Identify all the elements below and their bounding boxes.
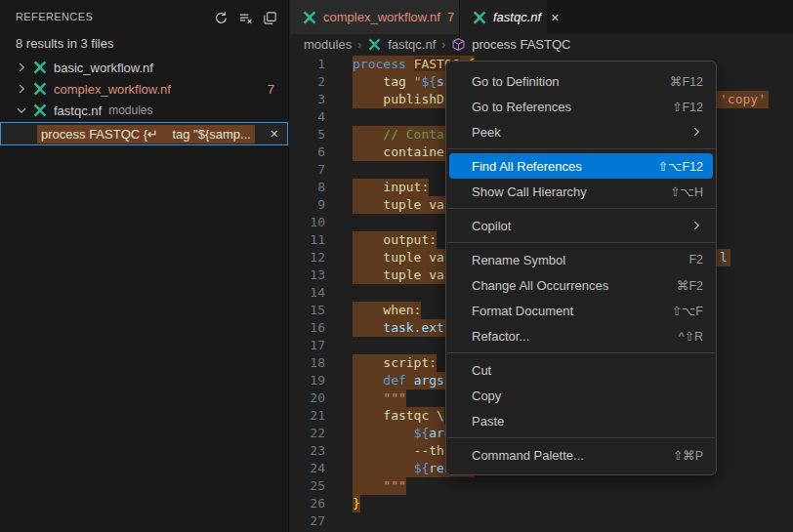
- menu-separator: [447, 352, 715, 353]
- menu-item-cut[interactable]: Cut: [446, 357, 716, 383]
- result-count-badge: 7: [268, 82, 274, 97]
- editor-tab-bar: complex_workflow.nf 7 fastqc.nf ×: [290, 0, 793, 34]
- panel-toolbar: [212, 9, 278, 26]
- tab-complex-workflow[interactable]: complex_workflow.nf 7: [290, 0, 460, 34]
- tree-item-basic_workflow-nf[interactable]: basic_workflow.nf: [0, 57, 288, 78]
- menu-item-label: Show Call Hierarchy: [472, 184, 670, 199]
- file-name: complex_workflow.nf: [54, 82, 171, 97]
- line-number: 15: [290, 302, 325, 319]
- menu-item-change-all-occurrences[interactable]: Change All Occurrences⌘F2: [446, 272, 716, 298]
- line-number: 16: [290, 319, 325, 337]
- breadcrumb-symbol[interactable]: process FASTQC: [472, 37, 570, 52]
- line-number: 17: [290, 337, 325, 354]
- code-fragment: 'copy': [717, 91, 769, 108]
- refresh-icon[interactable]: [212, 9, 230, 26]
- collapse-all-icon[interactable]: [261, 9, 278, 26]
- line-number: 18: [290, 354, 325, 372]
- tree-item-fastqc-nf[interactable]: fastqc.nfmodules: [0, 100, 288, 121]
- line-number: 9: [290, 196, 325, 214]
- tab-fastqc[interactable]: fastqc.nf ×: [460, 0, 547, 34]
- menu-item-label: Paste: [472, 414, 703, 429]
- line-number: 23: [290, 442, 325, 460]
- vscode-window: REFERENCES 8 results in 3 files basic_wo…: [0, 0, 793, 532]
- chevron-down-icon[interactable]: [15, 102, 32, 118]
- menu-item-copilot[interactable]: Copilot: [446, 213, 716, 238]
- code-text: script:: [353, 354, 437, 372]
- menu-item-copy[interactable]: Copy: [446, 383, 716, 408]
- menu-item-paste[interactable]: Paste: [446, 408, 716, 433]
- nextflow-file-icon: [302, 10, 317, 25]
- line-number: 21: [290, 407, 325, 425]
- line-number: 24: [290, 460, 325, 477]
- menu-item-shortcut: ⌘F12: [670, 74, 703, 89]
- results-summary: 8 results in 3 files: [16, 36, 113, 51]
- menu-item-label: Cut: [472, 363, 703, 378]
- menu-item-shortcut: ⇧F12: [672, 100, 703, 114]
- menu-item-go-to-definition[interactable]: Go to Definition⌘F12: [446, 68, 716, 94]
- code-line-25[interactable]: 25 """: [290, 477, 793, 495]
- menu-item-format-document[interactable]: Format Document⇧⌥F: [446, 298, 716, 323]
- menu-item-label: Copy: [472, 389, 703, 403]
- menu-item-label: Go to References: [472, 100, 672, 114]
- menu-item-shortcut: ⇧⌘P: [673, 448, 703, 463]
- menu-item-shortcut: F2: [689, 253, 703, 266]
- nextflow-file-icon: [32, 102, 49, 118]
- menu-item-rename-symbol[interactable]: Rename SymbolF2: [446, 247, 716, 272]
- menu-item-shortcut: ^⇧R: [679, 329, 703, 344]
- line-number: 19: [290, 372, 325, 389]
- code-text: fastqc \: [353, 407, 444, 425]
- menu-separator: [447, 437, 715, 438]
- chevron-right-icon[interactable]: [15, 81, 32, 97]
- menu-item-find-all-references[interactable]: Find All References⇧⌥F12: [449, 153, 713, 179]
- menu-item-go-to-references[interactable]: Go to References⇧F12: [446, 94, 716, 119]
- submenu-chevron-icon: [689, 219, 703, 232]
- menu-separator: [447, 148, 715, 149]
- line-number: 2: [290, 73, 325, 91]
- menu-item-shortcut: ⇧⌥H: [670, 184, 703, 199]
- clear-results-icon[interactable]: [236, 9, 254, 26]
- nextflow-file-icon: [32, 60, 49, 75]
- nextflow-file-icon: [367, 37, 384, 53]
- nextflow-file-icon: [472, 10, 487, 25]
- menu-item-shortcut: ⌘F2: [677, 278, 703, 293]
- breadcrumb-folder[interactable]: modules: [304, 37, 352, 52]
- line-number: 25: [290, 477, 325, 495]
- references-panel: REFERENCES 8 results in 3 files basic_wo…: [0, 0, 289, 532]
- breadcrumb-separator-icon: ›: [357, 38, 361, 52]
- menu-item-label: Go to Definition: [472, 74, 670, 89]
- breadcrumb-separator-icon: ›: [441, 38, 445, 52]
- code-text: """: [353, 477, 406, 495]
- tree-item-complex_workflow-nf[interactable]: complex_workflow.nf7: [0, 78, 288, 100]
- editor-context-menu: Go to Definition⌘F12Go to References⇧F12…: [445, 61, 717, 475]
- line-number: 22: [290, 425, 325, 442]
- file-name: fastqc.nf: [54, 103, 102, 118]
- menu-item-show-call-hierarchy[interactable]: Show Call Hierarchy⇧⌥H: [446, 179, 716, 204]
- menu-item-refactor[interactable]: Refactor...^⇧R: [446, 323, 716, 348]
- chevron-right-icon[interactable]: [15, 60, 32, 75]
- line-number: 1: [290, 56, 325, 73]
- line-number: 10: [290, 214, 325, 231]
- menu-item-label: Peek: [472, 125, 689, 140]
- reference-result-item[interactable]: process FASTQC {↵ tag "${samp... ×: [0, 122, 288, 145]
- line-number: 27: [290, 512, 325, 530]
- dismiss-reference-icon[interactable]: ×: [271, 126, 278, 142]
- line-number: 11: [290, 231, 325, 249]
- tab-problem-badge: 7: [447, 10, 454, 24]
- line-number: 6: [290, 143, 325, 161]
- code-line-27[interactable]: 27: [290, 512, 793, 530]
- menu-separator: [447, 208, 715, 209]
- menu-item-label: Command Palette...: [472, 448, 673, 463]
- breadcrumb-file[interactable]: fastqc.nf: [388, 37, 436, 52]
- line-number: 5: [290, 126, 325, 143]
- line-number: 3: [290, 91, 325, 108]
- menu-item-shortcut: ⇧⌥F: [671, 304, 703, 318]
- menu-item-label: Refactor...: [472, 329, 679, 344]
- menu-item-peek[interactable]: Peek: [446, 119, 716, 144]
- tab-close-icon[interactable]: ×: [551, 10, 559, 25]
- code-line-26[interactable]: 26}: [290, 495, 793, 512]
- menu-item-command-palette[interactable]: Command Palette...⇧⌘P: [446, 442, 716, 468]
- code-fragment: l: [717, 249, 730, 266]
- menu-separator: [447, 242, 715, 243]
- reference-match-text: process FASTQC {↵ tag "${samp...: [37, 125, 255, 143]
- line-number: 26: [290, 495, 325, 512]
